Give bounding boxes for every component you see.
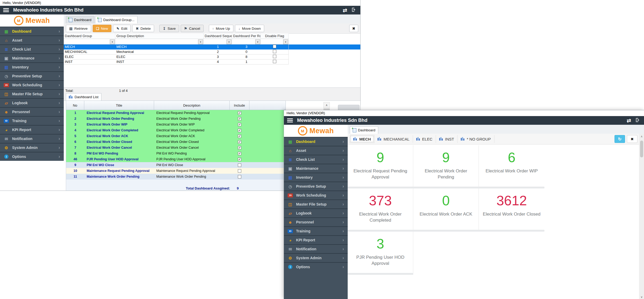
include-checkbox[interactable] bbox=[238, 140, 241, 144]
group-tab-mech[interactable]: MECH bbox=[350, 135, 374, 143]
sidebar-item-asset[interactable]: ⌂Asset› bbox=[284, 146, 348, 155]
include-checkbox[interactable] bbox=[238, 163, 241, 167]
group-tab-elec[interactable]: ELEC bbox=[413, 135, 436, 143]
filter-dropdown-button[interactable]: ▼ bbox=[255, 39, 260, 44]
dashboard-list-row[interactable]: 8PM EnI WO PendingPM EnI WO Pending bbox=[66, 151, 286, 156]
filter-dropdown-button[interactable]: ▼ bbox=[110, 39, 115, 44]
dashboard-list-row[interactable]: 3Electrical Work Order WIPElectrical Wor… bbox=[66, 122, 286, 127]
dashboard-list-row[interactable]: 4Electrical Work Order CompletedElectric… bbox=[66, 127, 286, 133]
sidebar-item-notification[interactable]: ✉Notification› bbox=[284, 244, 348, 253]
scroll-up-button[interactable]: ∧ bbox=[323, 102, 330, 108]
sidebar-item-master-file-setup[interactable]: ◫Master File Setup› bbox=[0, 89, 64, 98]
include-checkbox[interactable] bbox=[238, 117, 241, 121]
tab-dashboard[interactable]: Dashboard bbox=[350, 126, 378, 134]
scroll-up-button[interactable]: ∧ bbox=[639, 134, 644, 139]
sidebar-item-maintenance[interactable]: ▣Maintenance› bbox=[284, 164, 348, 173]
logout-icon[interactable] bbox=[635, 117, 641, 123]
sidebar-item-logbook[interactable]: ▱Logbook› bbox=[284, 208, 348, 217]
sidebar-item-training[interactable]: IDTraining› bbox=[284, 226, 348, 235]
include-checkbox[interactable] bbox=[238, 146, 241, 150]
sync-icon[interactable]: ⇄ bbox=[343, 8, 347, 13]
sidebar-item-system-admin[interactable]: ⚙System Admin› bbox=[284, 253, 348, 262]
group-row-mechanical[interactable]: MECHANICALMechanical20 bbox=[64, 49, 289, 54]
new-button[interactable]: ❏New bbox=[93, 25, 112, 32]
sidebar-item-master-file-setup[interactable]: ◫Master File Setup› bbox=[284, 200, 348, 208]
sidebar-item-kpi-report[interactable]: ◕KPI Report› bbox=[284, 235, 348, 244]
sidebar-item-options[interactable]: iOptions› bbox=[0, 152, 64, 161]
kpi-card-pjr-pending-user-hod-approval[interactable]: 3PJR Pending User HOD Approval bbox=[348, 232, 413, 273]
dashboard-list-row[interactable]: 5Electrical Work Order ACKElectrical Wor… bbox=[66, 133, 286, 139]
sidebar-item-check-list[interactable]: ≣Check List› bbox=[284, 155, 348, 164]
refresh-button[interactable]: ↻ bbox=[614, 135, 625, 143]
save-button[interactable]: ↧Save bbox=[159, 25, 179, 32]
dashboard-list-row[interactable]: 7Electrical Work Order CancelElectrical … bbox=[66, 145, 286, 151]
group-tab-mechanical[interactable]: MECHANICAL bbox=[374, 135, 413, 143]
kpi-card-electrical-request-pending-approval[interactable]: 9Electrical Request Pending Approval bbox=[348, 145, 413, 187]
logout-icon[interactable] bbox=[351, 7, 357, 13]
tab-dashboard-list[interactable]: Dashboard List bbox=[66, 93, 101, 101]
disable-flag-checkbox[interactable] bbox=[273, 50, 276, 53]
kpi-card-electrical-work-order-wip[interactable]: 6Electrical Work Order WIP bbox=[479, 145, 544, 187]
move-up-button[interactable]: ↑Move Up bbox=[209, 25, 234, 32]
sidebar-item-inventory[interactable]: ▥Inventory› bbox=[0, 62, 64, 71]
dashboard-list-row[interactable]: 10Maintenance Request Pending ApprovalMa… bbox=[66, 168, 286, 174]
sidebar-item-system-admin[interactable]: ⚙System Admin› bbox=[0, 143, 64, 152]
group-row-inst[interactable]: INSTINST41 bbox=[64, 59, 289, 64]
sidebar-item-options[interactable]: iOptions› bbox=[284, 262, 348, 271]
dashboard-list-row[interactable]: 6Electrical Work Order ClosedElectrical … bbox=[66, 139, 286, 145]
sidebar-item-preventive-setup[interactable]: ◷Preventive Setup› bbox=[0, 71, 64, 80]
sidebar-item-kpi-report[interactable]: ◕KPI Report› bbox=[0, 125, 64, 134]
sidebar-item-asset[interactable]: ⌂Asset› bbox=[0, 36, 64, 44]
include-checkbox[interactable] bbox=[238, 111, 241, 115]
filter-dropdown-button[interactable]: ▼ bbox=[227, 39, 232, 44]
move-down-button[interactable]: ↓Move Down bbox=[235, 25, 264, 32]
dashboard-list-row[interactable]: 9PM EnI WO ClosePM EnI WO Close bbox=[66, 162, 286, 168]
sidebar-item-dashboard[interactable]: ▦Dashboard› bbox=[284, 137, 348, 146]
tab-dashboard[interactable]: Dashboard bbox=[66, 16, 94, 23]
sidebar-item-personnel[interactable]: ☻Personnel› bbox=[0, 107, 64, 116]
scroll-down-button[interactable]: ∨ bbox=[639, 295, 644, 299]
include-checkbox[interactable] bbox=[238, 158, 241, 161]
group-tab-no-group[interactable]: * NO GROUP bbox=[458, 135, 494, 143]
kpi-card-electrical-work-order-completed[interactable]: 373Electrical Work Order Completed bbox=[348, 188, 413, 230]
close-panel-button[interactable]: ✖ bbox=[349, 25, 358, 32]
sidebar-item-work-scheduling[interactable]: 15Work Scheduling› bbox=[0, 80, 64, 89]
disable-flag-checkbox[interactable] bbox=[273, 45, 276, 48]
kpi-card-electrical-work-order-pending[interactable]: 9Electrical Work Order Pending bbox=[413, 145, 479, 187]
edit-button[interactable]: ✎Edit bbox=[113, 25, 131, 32]
sidebar-item-dashboard[interactable]: ▦Dashboard› bbox=[0, 27, 64, 36]
group-row-elec[interactable]: ELECELEC38 bbox=[64, 54, 289, 59]
sidebar-item-check-list[interactable]: ≣Check List› bbox=[0, 44, 64, 53]
include-checkbox[interactable] bbox=[238, 152, 241, 155]
close-panel-button[interactable]: ✖ bbox=[627, 135, 637, 143]
filter-dropdown-button[interactable]: ▼ bbox=[198, 39, 203, 44]
sidebar-item-training[interactable]: IDTraining› bbox=[0, 116, 64, 125]
group-row-mech[interactable]: MECHMECH13 bbox=[64, 44, 360, 49]
sync-icon[interactable]: ⇄ bbox=[627, 118, 631, 123]
disable-flag-checkbox[interactable] bbox=[273, 60, 276, 63]
filter-dropdown-button[interactable]: ▼ bbox=[283, 39, 288, 44]
sidebar-item-inventory[interactable]: ▥Inventory› bbox=[284, 173, 348, 182]
include-checkbox[interactable] bbox=[238, 175, 241, 178]
dashboard-list-row[interactable]: 46PJR Pending User HOD ApprovalPJR Pendi… bbox=[66, 156, 286, 162]
retrieve-button[interactable]: ▤Retrieve bbox=[66, 25, 91, 32]
dashboard-list-row[interactable]: 1Electrical Request Pending ApprovalElec… bbox=[66, 110, 286, 116]
kpi-card-electrical-work-order-ack[interactable]: 0Electrical Work Order ACK bbox=[413, 188, 479, 230]
include-checkbox[interactable] bbox=[238, 169, 241, 173]
scrollbar-thumb[interactable] bbox=[640, 141, 643, 157]
delete-button[interactable]: ✖Delete bbox=[132, 25, 154, 32]
include-checkbox[interactable] bbox=[238, 123, 241, 126]
kpi-card-electrical-work-order-closed[interactable]: 3612Electrical Work Order Closed bbox=[479, 188, 544, 230]
disable-flag-checkbox[interactable] bbox=[273, 55, 276, 58]
group-tab-inst[interactable]: INST bbox=[436, 135, 458, 143]
hamburger-menu-icon[interactable] bbox=[287, 118, 293, 122]
sidebar-item-logbook[interactable]: ▱Logbook› bbox=[0, 98, 64, 107]
sidebar-item-personnel[interactable]: ☻Personnel› bbox=[284, 217, 348, 226]
cancel-button[interactable]: ⚑Cancel bbox=[181, 25, 204, 32]
sidebar-item-notification[interactable]: ✉Notification› bbox=[0, 134, 64, 143]
tab-dashboard-group[interactable]: Dashboard Group... bbox=[95, 16, 137, 23]
sidebar-item-work-scheduling[interactable]: 15Work Scheduling› bbox=[284, 191, 348, 200]
include-checkbox[interactable] bbox=[238, 134, 241, 138]
sidebar-item-preventive-setup[interactable]: ◷Preventive Setup› bbox=[284, 182, 348, 191]
dashboard-list-row[interactable]: 11Maintenance Work Order PendingMaintena… bbox=[66, 174, 286, 180]
